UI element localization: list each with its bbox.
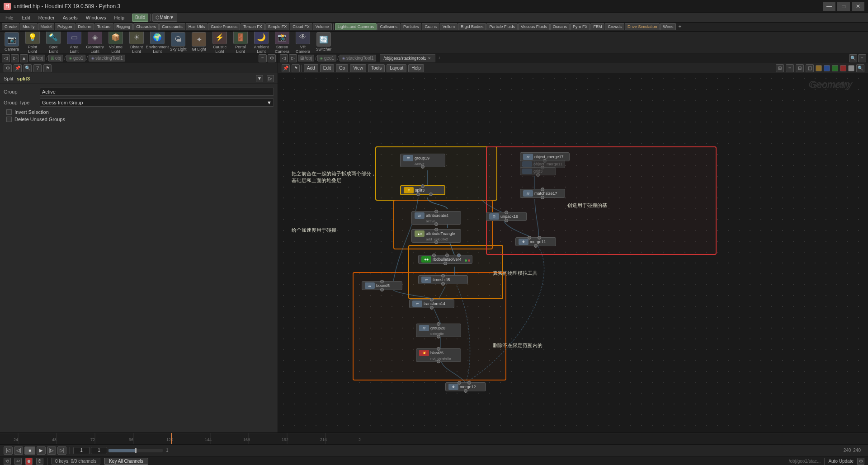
start-frame-field[interactable]	[91, 447, 107, 454]
shelf-tool-camera[interactable]: 📷 Camera	[2, 32, 22, 53]
menu-file[interactable]: File	[2, 14, 17, 21]
shelf-tool-gilight[interactable]: ✦ GI Light	[189, 32, 209, 53]
ne-zoom-fit[interactable]: 🔍	[856, 64, 864, 72]
grouptype-dropdown[interactable]: Guess from Group ▼	[40, 99, 274, 107]
shelf-tab-constraints[interactable]: Constraints	[159, 23, 185, 30]
shelf-tab-drivesimulation[interactable]: Drive Simulation	[625, 23, 660, 30]
menu-render[interactable]: Render	[35, 14, 58, 21]
go-end-btn[interactable]: ▷|	[57, 446, 66, 455]
shelf-tab-characters[interactable]: Characters	[133, 23, 159, 30]
right-zoom-out[interactable]: 🔍	[849, 54, 857, 62]
shelf-tab-cloudfx[interactable]: Cloud FX	[290, 23, 312, 30]
node-help-btn[interactable]: ?	[33, 64, 42, 72]
shelf-tool-pointlight[interactable]: 💡 Point Light	[23, 32, 42, 53]
shelf-tab-rigging[interactable]: Rigging	[114, 23, 133, 30]
shelf-tab-guideprocess[interactable]: Guide Process	[208, 23, 240, 30]
breadcrumb-obj2[interactable]: ⊞ obj	[48, 55, 63, 61]
breadcrumb-obj1[interactable]: ⊞ /obj	[29, 55, 45, 61]
shelf-tool-distantlight[interactable]: ☀ Distant Light	[127, 32, 146, 53]
nav-back[interactable]: ◁	[2, 54, 10, 62]
ne-color-swatch2[interactable]	[824, 65, 830, 71]
node-attribcreate4[interactable]: /// attribcreate4 active	[411, 211, 461, 225]
ne-color-swatch3[interactable]	[832, 65, 838, 71]
shelf-tab-fem[interactable]: FEM	[590, 23, 604, 30]
shelf-tab-particles[interactable]: Particles	[401, 23, 422, 30]
node-timeshift5[interactable]: /// timeshift5	[418, 275, 468, 284]
group-value[interactable]: Active	[40, 88, 274, 96]
node-merge11[interactable]: ⊕ merge11	[515, 237, 556, 246]
right-panel-menu[interactable]: ≡	[858, 54, 866, 62]
node-bound5[interactable]: /// bound5	[362, 281, 402, 290]
shelf-tab-grains[interactable]: Grains	[422, 23, 439, 30]
invert-checkbox[interactable]	[6, 109, 12, 115]
shelf-tool-volumelight[interactable]: 📦 Volume Light	[106, 32, 126, 53]
node-split3[interactable]: // split3	[400, 185, 445, 195]
status-settings-btn[interactable]: ⚙	[857, 458, 864, 465]
shelf-tool-ambientlight[interactable]: 🌙 Ambient Light	[251, 32, 271, 53]
menu-windows[interactable]: Windows	[82, 14, 110, 21]
tab-close-icon[interactable]: ✕	[428, 56, 431, 61]
go-start-btn[interactable]: |◁	[4, 446, 13, 455]
shelf-tab-collisions[interactable]: Collisions	[377, 23, 400, 30]
ne-menu-tools[interactable]: Tools	[368, 64, 385, 72]
status-record-btn[interactable]: ⏺	[25, 458, 33, 465]
ne-display-grid[interactable]: ⊟	[796, 64, 804, 72]
current-frame-field[interactable]	[73, 447, 90, 454]
shelf-tool-geolight[interactable]: ◈ Geometry Light	[85, 32, 105, 53]
shelf-tab-rigidbodies[interactable]: Rigid Bodies	[458, 23, 486, 30]
ne-menu-edit[interactable]: Edit	[320, 64, 334, 72]
ne-menu-go[interactable]: Go	[336, 64, 348, 72]
right-breadcrumb-obj[interactable]: ⊞ /obj	[298, 55, 314, 61]
shelf-tab-crowds[interactable]: Crowds	[605, 23, 624, 30]
shelf-tab-oceans[interactable]: Oceans	[550, 23, 570, 30]
node-unpack16[interactable]: ⊡ unpack16	[486, 212, 527, 221]
node-addvelocity2[interactable]: ▲// attributeTriangle add_velocity2	[411, 229, 461, 243]
panel-menu-btn[interactable]: ≡	[259, 54, 267, 62]
node-zoom-btn[interactable]: 🔍	[24, 64, 32, 72]
ne-menu-view[interactable]: View	[350, 64, 366, 72]
shelf-tab-create[interactable]: Create	[2, 23, 19, 30]
shelf-tab-deform[interactable]: Deform	[75, 23, 94, 30]
shelf-tool-spotlight[interactable]: 🔦 Spot Light	[43, 32, 63, 53]
right-tab-add-btn[interactable]: +	[438, 56, 441, 61]
shelf-tool-skylight[interactable]: 🌤 Sky Light	[168, 32, 188, 53]
ne-toolbar-flag[interactable]: ⚑	[292, 64, 300, 72]
shelf-tab-volume[interactable]: Volume	[313, 23, 332, 30]
ne-display-icons[interactable]: ⊞	[776, 64, 784, 72]
node-group20[interactable]: /// group20 deletelle	[416, 324, 461, 337]
shelf-tool-causticlight[interactable]: ⚡ Caustic Light	[210, 32, 230, 53]
status-clock-btn[interactable]: ⏱	[36, 458, 43, 465]
shelf-tab-model[interactable]: Model	[38, 23, 55, 30]
shelf-tab-pyrofx[interactable]: Pyro FX	[570, 23, 590, 30]
breadcrumb-geo1[interactable]: ◈ geo1	[66, 55, 85, 61]
ne-menu-help[interactable]: Help	[408, 64, 424, 72]
shelf-tab-modify[interactable]: Modify	[20, 23, 38, 30]
shelf-tab-polygon[interactable]: Polygon	[55, 23, 75, 30]
shelf-tool-arealight[interactable]: ▭ Area Light	[64, 32, 84, 53]
ne-color-swatch1[interactable]	[816, 65, 822, 71]
panel-settings-btn[interactable]: ⚙	[268, 54, 276, 62]
node-settings-btn[interactable]: ⚙	[4, 64, 12, 72]
right-tab-main[interactable]: /obj/geo1/stackingTool1 ✕	[380, 54, 435, 62]
right-nav-forward[interactable]: ▷	[289, 54, 297, 62]
node-matchsize17[interactable]: /// matchsize17	[520, 189, 565, 198]
node-blast25[interactable]: 💥 blast25 not_deletelle	[416, 348, 461, 362]
ne-color-swatch4[interactable]	[840, 65, 846, 71]
shelf-tab-vellum[interactable]: Vellum	[440, 23, 458, 30]
expand-btn[interactable]: ▷	[267, 75, 274, 82]
shelf-tab-simplefx[interactable]: Simple FX	[265, 23, 290, 30]
shelf-tab-terrainfx[interactable]: Terrain FX	[241, 23, 265, 30]
shelf-tab-texture[interactable]: Texture	[94, 23, 113, 30]
menu-help[interactable]: Help	[110, 14, 128, 21]
ne-display-mode[interactable]: ◫	[806, 64, 814, 72]
right-breadcrumb-stacking[interactable]: ◈ stackingTool1	[340, 55, 376, 61]
menu-assets[interactable]: Assets	[59, 14, 81, 21]
step-back-btn[interactable]: ◁|	[14, 446, 23, 455]
close-button[interactable]: ✕	[852, 2, 864, 11]
main-dropdown[interactable]: ⬡ Main ▼	[152, 14, 177, 22]
nav-forward[interactable]: ▷	[11, 54, 19, 62]
shelf-tool-portallight[interactable]: 🚪 Portal Light	[231, 32, 250, 53]
key-all-channels-btn[interactable]: Key All Channels	[104, 458, 148, 465]
ne-menu-layout[interactable]: Layout	[387, 64, 406, 72]
shelf-tab-hairutils[interactable]: Hair Utils	[186, 23, 208, 30]
